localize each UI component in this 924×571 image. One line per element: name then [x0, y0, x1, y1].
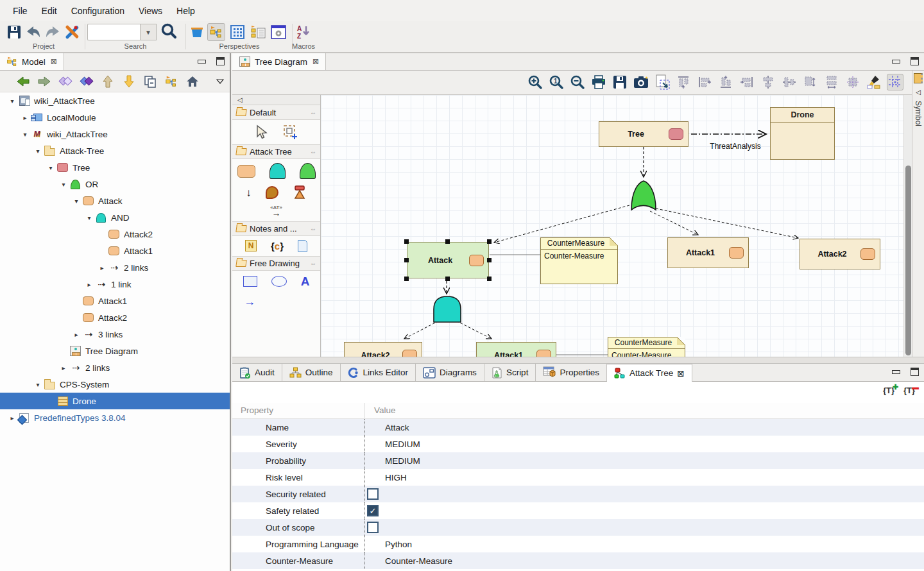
expand-toggle[interactable]: ▾ [83, 214, 95, 221]
tree-item-attack[interactable]: ▾Attack [0, 192, 230, 209]
remove-stereotype-icon[interactable]: {T}▬ [903, 386, 915, 395]
link-arrow-tool[interactable]: ↓ [246, 187, 252, 198]
tab-properties[interactable]: Properties [536, 364, 607, 381]
maximize-icon[interactable] [911, 368, 919, 376]
minimize-icon[interactable] [892, 60, 900, 64]
palette-section-notes[interactable]: Notes and ... ⇔ [232, 221, 320, 236]
property-row-programming-language[interactable]: Programming LanguagePython [232, 536, 924, 552]
tree-view-icon[interactable] [164, 74, 178, 89]
related-dark-icon[interactable] [80, 74, 94, 89]
tools-icon[interactable] [63, 23, 81, 41]
tree-item-project[interactable]: ▾wiki_AttackTree [0, 92, 230, 109]
az-sort-icon[interactable]: AZ [295, 23, 312, 41]
pruning-tool[interactable] [293, 185, 307, 200]
tree-item-drone[interactable]: Drone [0, 393, 230, 409]
tab-diagrams[interactable]: Diagrams [416, 364, 484, 381]
bucket-icon[interactable] [188, 23, 206, 41]
move-up-icon[interactable] [101, 74, 115, 89]
select-cursor-tool[interactable] [254, 124, 268, 140]
palette-section-free-drawing[interactable]: Free Drawing ⇔ [232, 256, 320, 271]
tab-outline[interactable]: Outline [282, 364, 341, 381]
undo-icon[interactable] [24, 23, 42, 41]
snapshot-icon[interactable] [633, 74, 649, 90]
text-tool[interactable]: A [301, 275, 310, 289]
palette-section-default[interactable]: Default ⇔ [232, 105, 320, 120]
minimize-icon[interactable] [198, 60, 206, 64]
print-icon[interactable] [590, 74, 607, 90]
column-header-property[interactable]: Property [232, 403, 364, 418]
tab-model[interactable]: Model ⊠ [0, 53, 64, 70]
property-row-name[interactable]: NameAttack [232, 419, 924, 436]
tree-item-or[interactable]: ▾OR [0, 176, 230, 192]
tree-item-tree-diagram[interactable]: Tree Diagram [0, 343, 230, 359]
format-painter-icon[interactable] [866, 74, 882, 90]
close-icon[interactable]: ⊠ [312, 57, 319, 66]
security-related-checkbox[interactable] [367, 488, 379, 500]
node-attack1-top[interactable]: Attack1 [667, 237, 749, 268]
model-tree-icon[interactable] [207, 23, 225, 41]
tree-item-2-links-tree[interactable]: ▸⇢2 links [0, 359, 230, 376]
tree-item-attack1[interactable]: Attack1 [0, 243, 230, 259]
search-icon[interactable] [160, 22, 178, 40]
expand-toggle[interactable]: ▾ [19, 131, 31, 138]
palette-collapse-button[interactable]: ◁ [232, 95, 320, 105]
zoom-out-icon[interactable] [569, 74, 586, 90]
tree-item-1-link[interactable]: ▸⇢1 link [0, 276, 230, 293]
note-countermeasure-2[interactable]: CounterMeasure Counter-Measure [608, 337, 685, 357]
pin-icon[interactable]: ⇔ [310, 260, 316, 267]
node-attack2-top[interactable]: Attack2 [800, 239, 880, 269]
home-icon[interactable] [185, 74, 200, 89]
tree-item-attack1-or[interactable]: Attack1 [0, 293, 230, 309]
export-image-icon[interactable] [654, 74, 671, 90]
same-size-icon[interactable] [802, 74, 819, 90]
tab-links-editor[interactable]: Links Editor [341, 364, 416, 381]
property-row-counter-measure[interactable]: Counter-MeasureCounter-Measure [232, 552, 924, 569]
tree-item-localmodule[interactable]: ▸LocalModule [0, 109, 230, 126]
menu-views[interactable]: Views [132, 2, 169, 20]
close-icon[interactable]: ⊠ [51, 57, 57, 66]
minimize-icon[interactable] [892, 370, 900, 374]
selection-handle[interactable] [487, 239, 492, 244]
save-diagram-icon[interactable] [612, 74, 628, 90]
tree-item-attack2[interactable]: Attack2 [0, 226, 230, 243]
center-horizontal-icon[interactable] [781, 74, 798, 90]
marquee-add-tool[interactable] [282, 124, 299, 141]
back-icon[interactable] [16, 74, 30, 89]
node-attack2-bottom[interactable]: Attack2 [344, 342, 422, 357]
tree-item-attack-tree-pkg[interactable]: ▾Attack-Tree [0, 142, 230, 159]
selection-handle[interactable] [404, 277, 409, 281]
document-tool[interactable] [298, 240, 307, 252]
property-row-risk-level[interactable]: Risk levelHIGH [232, 469, 924, 486]
expand-toggle[interactable]: ▾ [58, 181, 69, 188]
selection-handle[interactable] [487, 258, 492, 262]
selection-handle[interactable] [445, 277, 450, 281]
symbol-palette-icon[interactable] [914, 73, 923, 83]
property-row-safety-related[interactable]: Safety related✓ [232, 502, 924, 519]
tree-item-cps-system[interactable]: ▾CPS-System [0, 376, 230, 393]
search-input[interactable] [87, 24, 140, 40]
out-of-scope-checkbox[interactable] [367, 522, 379, 533]
expand-toggle[interactable]: ▾ [32, 148, 44, 155]
tab-script[interactable]: Script [484, 364, 536, 381]
align-bottom-icon[interactable] [717, 74, 734, 90]
window-settings-icon[interactable] [270, 23, 287, 41]
zoom-in-icon[interactable] [527, 74, 543, 90]
panel-splitter[interactable] [232, 357, 924, 364]
diagram-canvas[interactable]: Tree Drone ThreatAnalysis Attack [321, 95, 903, 357]
edge-label-threatanalysis[interactable]: ThreatAnalysis [698, 142, 773, 151]
tree-item-3-links[interactable]: ▸⇢3 links [0, 326, 230, 343]
tree-item-tree[interactable]: ▾Tree [0, 159, 230, 176]
constraint-tool[interactable]: {c} [271, 241, 284, 251]
zoom-original-icon[interactable]: 1 [548, 74, 565, 90]
ellipse-tool[interactable] [271, 276, 287, 287]
and-gate-tool[interactable] [270, 163, 286, 179]
pin-icon[interactable]: ⇔ [310, 148, 316, 155]
close-icon[interactable]: ⊠ [677, 368, 684, 379]
selection-handle[interactable] [487, 277, 492, 281]
column-header-value[interactable]: Value [364, 403, 924, 418]
selection-handle[interactable] [404, 258, 409, 262]
align-right-icon[interactable] [739, 74, 755, 90]
expand-toggle[interactable]: ▸ [19, 114, 31, 121]
expand-toggle[interactable]: ▸ [96, 264, 108, 271]
node-attack[interactable]: Attack [407, 242, 489, 278]
